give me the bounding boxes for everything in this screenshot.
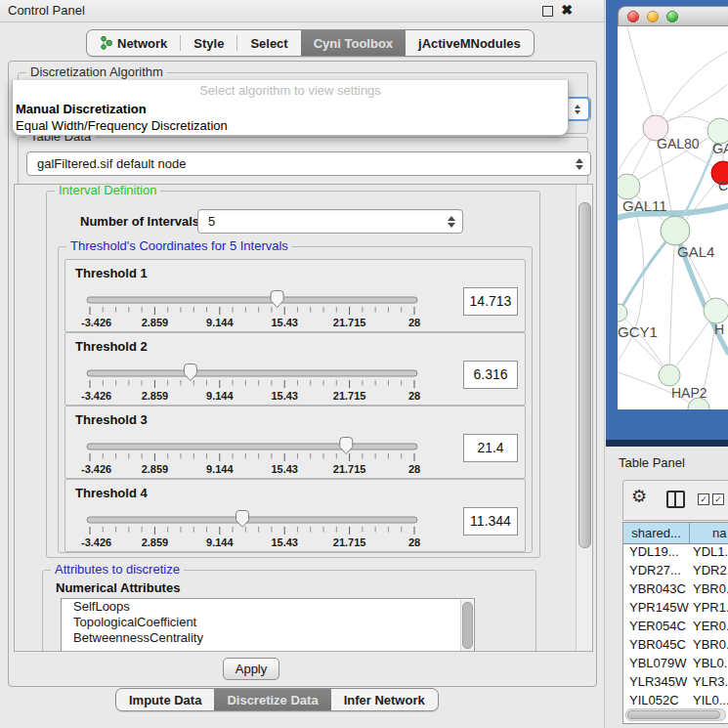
threshold-label: Threshold 1 <box>75 266 148 280</box>
svg-text:2.859: 2.859 <box>142 463 169 475</box>
number-of-intervals-select[interactable]: 5 <box>197 209 463 234</box>
node-label: GAL11 <box>622 197 667 214</box>
attribute-item-selfloops[interactable]: SelfLoops <box>62 599 474 615</box>
attributes-to-discretize-group: Attributes to discretize Numerical Attri… <box>42 570 536 652</box>
network-node-gal11[interactable] <box>618 174 640 199</box>
cell-shared-name: YBR045C <box>623 637 690 656</box>
column-header-shared-[interactable]: shared... <box>623 523 690 543</box>
zoom-traffic-light-icon[interactable] <box>666 11 678 22</box>
table-row[interactable]: YBR043CYBR0... <box>623 581 728 600</box>
table-row[interactable]: YBL079WYBL0... <box>623 656 728 674</box>
node-table: shared...na YDL19...YDL1...YDR27...YDR2.… <box>622 522 728 724</box>
close-icon[interactable]: ✖ <box>561 2 573 18</box>
threshold-value-field[interactable]: 21.4 <box>463 434 518 462</box>
top-tab-bar: NetworkStyleSelectCyni ToolboxjActiveMNo… <box>86 29 535 57</box>
combo-stepper-icon <box>448 216 455 228</box>
network-node-h[interactable] <box>704 298 728 323</box>
slider-thumb[interactable] <box>236 511 249 528</box>
interval-definition-group: Interval Definition Number of Intervals … <box>46 191 540 558</box>
tab-label: Discretize Data <box>227 693 318 707</box>
threshold-label: Threshold 2 <box>75 339 148 354</box>
apply-button[interactable]: Apply <box>223 658 279 680</box>
threshold-value-field[interactable]: 14.713 <box>463 287 518 316</box>
dropdown-option-manual-discretization[interactable]: Manual Discretization <box>13 101 568 117</box>
tab-label: Infer Network <box>344 693 425 707</box>
attribute-item-topologicalcoefficient[interactable]: TopologicalCoefficient <box>62 615 474 630</box>
cell-shared-name: YLR345W <box>623 674 690 693</box>
close-traffic-light-icon[interactable] <box>627 11 639 22</box>
slider-thumb[interactable] <box>184 364 196 381</box>
node-label: GAL80 <box>657 136 700 151</box>
svg-text:21.715: 21.715 <box>333 317 366 328</box>
network-window-titlebar[interactable] <box>618 6 728 26</box>
svg-text:9.144: 9.144 <box>206 536 234 548</box>
gear-icon[interactable]: ⚙ <box>631 488 647 505</box>
horizontal-scrollbar[interactable] <box>625 708 726 721</box>
svg-text:21.715: 21.715 <box>333 463 366 475</box>
cell-name: YDR2... <box>690 563 728 581</box>
vertical-scrollbar-thumb[interactable] <box>578 202 591 548</box>
list-scrollbar[interactable] <box>460 600 473 652</box>
svg-text:21.715: 21.715 <box>333 536 366 548</box>
threshold-panel-1: Threshold 1-3.4262.8599.14415.4321.71528… <box>64 259 526 332</box>
threshold-value-field[interactable]: 6.316 <box>463 361 518 389</box>
cell-shared-name: YBL079W <box>623 656 690 674</box>
network-view-canvas[interactable]: GAL80GACGAL11GAL4GCY1HHAP2 <box>618 26 728 409</box>
threshold-slider-4[interactable]: -3.4262.8599.14415.4321.71528 <box>79 507 460 550</box>
dropdown-option-equal-width-frequency-discretization[interactable]: Equal Width/Frequency Discretization <box>13 117 568 134</box>
checkbox-select-none-icon[interactable]: ✓ <box>712 493 724 505</box>
network-node-hap2[interactable] <box>659 364 680 386</box>
tab-style[interactable]: Style <box>181 30 236 56</box>
table-data-select[interactable]: galFiltered.sif default node <box>26 151 591 176</box>
cell-shared-name: YDL19... <box>623 544 690 563</box>
slider-graphic: -3.4262.8599.14415.4321.71528 <box>79 287 460 330</box>
numerical-attributes-list[interactable]: SelfLoopsTopologicalCoefficientBetweenne… <box>61 598 475 652</box>
horizontal-scrollbar-thumb[interactable] <box>627 710 720 719</box>
network-edge <box>627 26 656 128</box>
slider-thumb[interactable] <box>340 438 353 454</box>
svg-text:15.43: 15.43 <box>271 390 298 402</box>
table-panel-title: Table Panel <box>619 455 685 470</box>
tab-cyni-toolbox[interactable]: Cyni Toolbox <box>301 30 406 56</box>
cell-name: YDL1... <box>690 544 728 563</box>
tab-discretize-data[interactable]: Discretize Data <box>214 689 330 710</box>
slider-graphic: -3.4262.8599.14415.4321.71528 <box>79 361 460 404</box>
float-window-icon[interactable] <box>542 6 553 17</box>
threshold-slider-2[interactable]: -3.4262.8599.14415.4321.71528 <box>79 361 460 404</box>
table-row[interactable]: YPR145WYPR1... <box>623 600 728 619</box>
tab-jactivemnodules[interactable]: jActiveMNodules <box>406 30 534 56</box>
table-row[interactable]: YLR345WYLR3... <box>623 674 728 693</box>
network-node-gal4[interactable] <box>661 216 690 245</box>
list-scrollbar-thumb[interactable] <box>462 602 473 649</box>
table-data-selected-value: galFiltered.sif default node <box>37 156 186 171</box>
network-node-gcy1[interactable] <box>618 304 627 321</box>
table-toolbar: ⚙ ✓ ✓ <box>622 480 728 521</box>
table-row[interactable]: YER054CYER0... <box>623 619 728 637</box>
attribute-item-betweennesscentrality[interactable]: BetweennessCentrality <box>62 630 474 646</box>
minimize-traffic-light-icon[interactable] <box>647 11 659 22</box>
svg-text:28: 28 <box>408 390 420 402</box>
tab-select[interactable]: Select <box>237 30 300 56</box>
tab-network[interactable]: Network <box>87 30 180 56</box>
table-row[interactable]: YDL19...YDL1... <box>623 544 728 563</box>
threshold-slider-1[interactable]: -3.4262.8599.14415.4321.71528 <box>79 287 460 330</box>
svg-text:-3.426: -3.426 <box>81 536 111 548</box>
slider-thumb[interactable] <box>271 291 283 308</box>
arrow-down-icon <box>575 110 580 114</box>
node-label: GA <box>712 141 728 156</box>
svg-text:28: 28 <box>408 536 420 548</box>
vertical-scrollbar[interactable] <box>576 185 592 651</box>
tab-infer-network[interactable]: Infer Network <box>331 689 438 710</box>
table-row[interactable]: YBR045CYBR0... <box>623 637 728 656</box>
threshold-slider-3[interactable]: -3.4262.8599.14415.4321.71528 <box>79 434 460 477</box>
threshold-value-field[interactable]: 11.344 <box>463 507 518 535</box>
thresholds-coordinates-group: Threshold's Coordinates for 5 Intervals … <box>58 246 533 553</box>
svg-text:9.144: 9.144 <box>206 390 234 402</box>
tab-impute-data[interactable]: Impute Data <box>116 689 214 710</box>
checkbox-select-all-icon[interactable]: ✓ <box>698 493 709 505</box>
column-header-na[interactable]: na <box>690 523 728 543</box>
cell-name: YBL0... <box>690 656 728 674</box>
table-row[interactable]: YDR27...YDR2... <box>623 563 728 581</box>
columns-icon[interactable] <box>666 491 685 508</box>
network-desktop: GAL80GACGAL11GAL4GCY1HHAP2 <box>606 0 728 447</box>
